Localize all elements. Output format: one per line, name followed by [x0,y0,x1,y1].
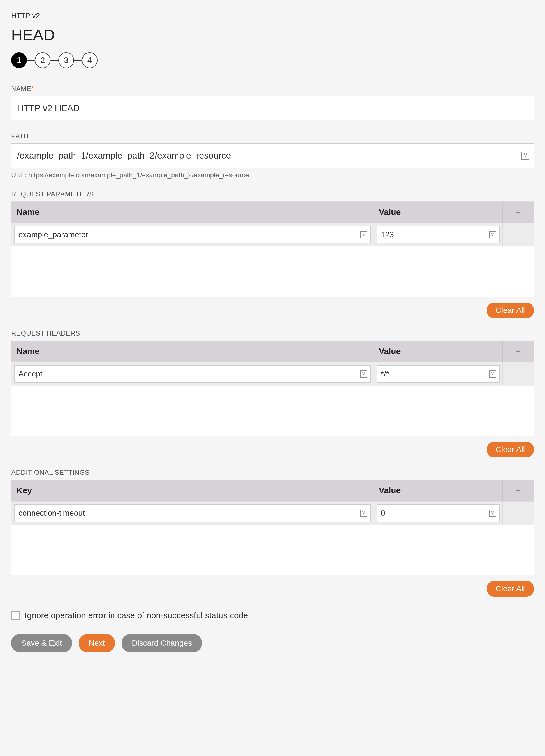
add-row-icon[interactable]: + [515,207,521,217]
table-row: V V [11,362,534,385]
table-empty-area [11,385,534,436]
path-input[interactable] [11,143,534,168]
column-header-key: Key [11,480,374,501]
column-header-value: Value [374,480,503,501]
add-row-icon[interactable]: + [515,346,521,357]
variable-icon[interactable]: V [360,370,367,378]
next-button[interactable]: Next [79,634,115,652]
variable-icon[interactable]: V [360,231,367,238]
save-exit-button[interactable]: Save & Exit [11,634,72,652]
path-label: PATH [11,132,534,140]
request-parameters-table: Name Value + V V [11,201,534,297]
step-4[interactable]: 4 [82,52,97,68]
variable-icon[interactable]: V [521,152,529,160]
column-header-name: Name [11,202,374,223]
variable-icon[interactable]: V [360,510,367,517]
table-empty-area [11,525,534,575]
variable-icon[interactable]: V [489,510,496,517]
header-name-input[interactable] [14,365,371,383]
page-title: HEAD [11,26,534,44]
step-connector [74,60,82,61]
step-connector [50,60,58,61]
table-row: V V [11,223,534,246]
column-header-value: Value [374,341,503,362]
ignore-error-label: Ignore operation error in case of non-su… [25,611,248,620]
param-name-input[interactable] [14,226,371,243]
url-preview: URL: https://example.com/example_path_1/… [11,171,534,179]
param-value-input[interactable] [377,226,500,243]
clear-all-button[interactable]: Clear All [487,303,534,318]
variable-icon[interactable]: V [489,231,496,238]
request-headers-label: REQUEST HEADERS [11,329,534,337]
clear-all-button[interactable]: Clear All [487,581,534,597]
header-value-input[interactable] [377,365,500,383]
additional-settings-label: ADDITIONAL SETTINGS [11,469,534,476]
request-headers-table: Name Value + V V [11,341,534,436]
column-header-name: Name [11,341,374,362]
step-3[interactable]: 3 [58,52,74,68]
step-connector [27,60,35,61]
add-row-icon[interactable]: + [515,485,521,496]
column-header-value: Value [374,202,503,223]
setting-value-input[interactable] [377,504,500,522]
ignore-error-checkbox[interactable] [11,611,20,620]
step-2[interactable]: 2 [35,52,50,68]
request-parameters-label: REQUEST PARAMETERS [11,190,534,198]
name-input[interactable] [11,96,534,120]
additional-settings-table: Key Value + V V [11,480,534,575]
name-label: NAME* [11,85,534,93]
stepper: 1 2 3 4 [11,52,534,68]
table-empty-area [11,246,534,297]
discard-changes-button[interactable]: Discard Changes [122,634,202,652]
table-row: V V [11,501,534,525]
variable-icon[interactable]: V [489,370,496,378]
breadcrumb-link[interactable]: HTTP v2 [11,11,40,20]
setting-key-input[interactable] [14,504,371,522]
clear-all-button[interactable]: Clear All [487,442,534,457]
step-1[interactable]: 1 [11,52,27,68]
